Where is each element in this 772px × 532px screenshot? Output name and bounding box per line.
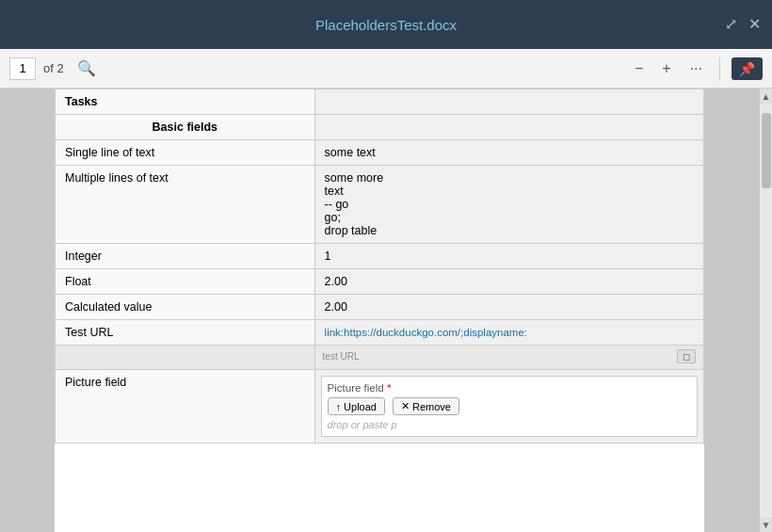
- field-value-picture: Picture field * ↑ Upload ✕ Remove: [314, 370, 703, 443]
- multiline-line: some more: [325, 171, 694, 185]
- field-value-single-line: some text: [314, 140, 703, 166]
- upload-icon: ↑: [336, 401, 342, 412]
- drop-zone-text: drop or paste p: [328, 419, 691, 430]
- picture-overlay-value: test URL ◻: [314, 346, 703, 370]
- picture-overlay-row: test URL ◻: [56, 346, 704, 370]
- close-button[interactable]: ✕: [748, 17, 761, 32]
- table-row: Picture field Picture field * ↑ Upload: [56, 370, 704, 443]
- field-label-integer: Integer: [56, 244, 315, 269]
- field-value-integer: 1: [314, 244, 703, 269]
- more-options-button[interactable]: ···: [684, 58, 708, 79]
- picture-overlay-label-empty: [56, 346, 315, 370]
- pin-button[interactable]: 📌: [732, 57, 763, 80]
- window-controls: ⤢ ✕: [725, 17, 761, 32]
- section-header-row: Tasks: [56, 89, 704, 115]
- pin-icon: 📌: [739, 61, 755, 76]
- document-title: PlaceholdersTest.docx: [315, 17, 457, 33]
- document-area: Tasks Basic fields Single line of text s…: [0, 89, 759, 532]
- remove-button[interactable]: ✕ Remove: [393, 397, 459, 415]
- group-value-empty: [314, 115, 703, 140]
- table-row: Test URL link:https://duckduckgo.com/;di…: [56, 320, 704, 346]
- field-value-float: 2.00: [314, 269, 703, 295]
- field-label-float: Float: [56, 269, 315, 295]
- field-label-url: Test URL: [56, 320, 315, 346]
- more-icon: ···: [690, 60, 702, 77]
- picture-overlay-btn[interactable]: ◻: [677, 349, 696, 363]
- remove-icon: ✕: [401, 400, 410, 412]
- scroll-up-arrow[interactable]: ▲: [760, 89, 773, 104]
- field-label-calculated: Calculated value: [56, 295, 315, 320]
- scroll-down-arrow[interactable]: ▼: [760, 517, 773, 532]
- required-star: *: [387, 382, 391, 394]
- picture-field-label: Picture field *: [328, 382, 691, 394]
- main-content: Tasks Basic fields Single line of text s…: [0, 89, 772, 532]
- page-total: of 2: [43, 61, 64, 75]
- zoom-out-button[interactable]: −: [629, 58, 649, 79]
- test-url-small: test URL: [323, 351, 360, 362]
- url-value: link:https://duckduckgo.com/;displayname…: [325, 327, 527, 338]
- title-bar: PlaceholdersTest.docx ⤢ ✕: [0, 0, 772, 49]
- table-row: Single line of text some text: [56, 140, 704, 166]
- search-icon: 🔍: [77, 59, 96, 77]
- group-label: Basic fields: [56, 115, 315, 140]
- picture-field-container: Picture field * ↑ Upload ✕ Remove: [321, 376, 698, 437]
- toolbar: of 2 🔍 − + ··· 📌: [0, 49, 772, 89]
- upload-button[interactable]: ↑ Upload: [328, 397, 385, 415]
- table-row: Multiple lines of text some more text --…: [56, 166, 704, 244]
- table-row: Float 2.00: [56, 269, 704, 295]
- page-number-input[interactable]: [9, 57, 36, 80]
- field-value-url: link:https://duckduckgo.com/;displayname…: [314, 320, 703, 346]
- upload-label: Upload: [344, 401, 377, 412]
- picture-field-buttons: ↑ Upload ✕ Remove: [328, 397, 691, 415]
- content-table: Tasks Basic fields Single line of text s…: [55, 89, 704, 443]
- expand-button[interactable]: ⤢: [725, 17, 737, 32]
- multiline-line: -- go: [325, 198, 694, 211]
- zoom-in-icon: +: [662, 60, 670, 77]
- toolbar-separator: [719, 57, 720, 80]
- section-label: Tasks: [56, 89, 315, 115]
- multiline-line: text: [325, 185, 694, 198]
- remove-label: Remove: [412, 401, 451, 412]
- zoom-out-icon: −: [635, 60, 643, 77]
- field-value-calculated: 2.00: [314, 295, 703, 320]
- table-row: Integer 1: [56, 244, 704, 269]
- section-value-empty: [314, 89, 703, 115]
- document-page: Tasks Basic fields Single line of text s…: [55, 89, 704, 532]
- table-row: Calculated value 2.00: [56, 295, 704, 320]
- field-label-picture: Picture field: [56, 370, 315, 443]
- field-label-multiline: Multiple lines of text: [56, 166, 315, 244]
- scroll-thumb[interactable]: [762, 113, 771, 188]
- vertical-scrollbar[interactable]: ▲ ▼: [759, 89, 772, 532]
- field-value-multiline: some more text -- go go; drop table: [314, 166, 703, 244]
- multiline-line: drop table: [325, 224, 694, 237]
- scroll-track[interactable]: [760, 104, 772, 517]
- field-label-single-line: Single line of text: [56, 140, 315, 166]
- group-header-row: Basic fields: [56, 115, 704, 140]
- search-button[interactable]: 🔍: [72, 57, 102, 79]
- multiline-line: go;: [325, 211, 694, 224]
- zoom-in-button[interactable]: +: [656, 58, 676, 79]
